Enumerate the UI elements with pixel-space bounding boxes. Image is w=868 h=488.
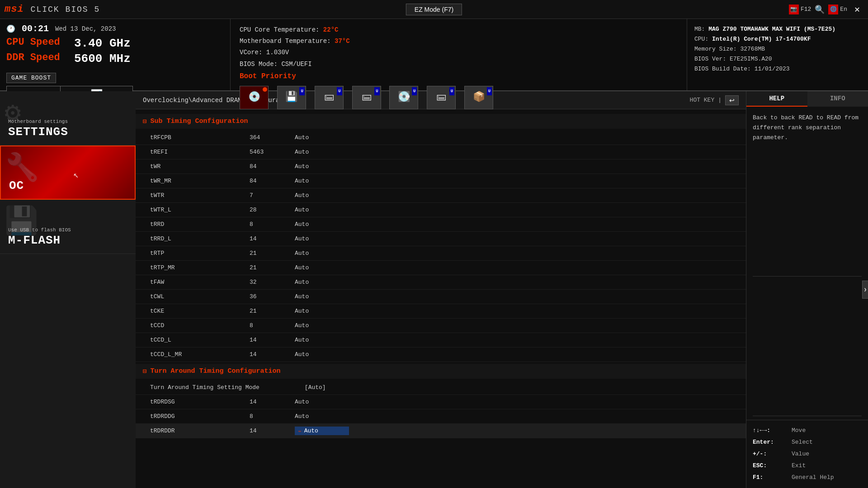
right-panel: HELP INFO Back to back READ to READ from… [746, 91, 868, 488]
time-date: 🕐 00:21 Wed 13 Dec, 2023 [6, 23, 224, 34]
panel-divider-2 [753, 416, 862, 416]
breadcrumb: Overclocking\Advanced DRAM Configuration [143, 97, 295, 104]
row-tCWL[interactable]: tCWL 36 Auto [136, 290, 746, 304]
row-tCCD_L[interactable]: tCCD_L 14 Auto [136, 333, 746, 347]
sidebar-item-oc[interactable]: 🔧 ↖ OC [0, 145, 136, 200]
vcore-line: VCore: 1.030V [240, 47, 678, 58]
settings-table: ⊟ Sub Timing Configuration tRFCPB 364 Au… [136, 109, 746, 488]
tab-info[interactable]: INFO [807, 91, 868, 107]
cpu-line: CPU: Intel(R) Core(TM) i7-14700KF [694, 34, 861, 44]
section-toggle-1[interactable]: ⊟ [143, 117, 146, 125]
row-tCKE[interactable]: tCKE 21 Auto [136, 304, 746, 319]
key-line-move: ↑↓←→: Move [753, 425, 862, 436]
memory-line: Memory Size: 32768MB [694, 44, 861, 54]
row-tRRD_L[interactable]: tRRD_L 14 Auto [136, 232, 746, 246]
right-status: MB: MAG Z790 TOMAHAWK MAX WIFI (MS-7E25)… [687, 19, 868, 90]
back-button[interactable]: ↩ [725, 95, 739, 105]
section-header-turn-around: ⊟ Turn Around Timing Configuration [136, 364, 746, 379]
ez-mode-button[interactable]: EZ Mode (F7) [406, 4, 462, 15]
tab-help[interactable]: HELP [746, 91, 807, 107]
game-boost-label[interactable]: GAME BOOST [6, 73, 56, 83]
cpu-speed-label: CPU Speed [6, 37, 65, 50]
mflash-bg-icon: 💾 [5, 204, 38, 238]
boot-device-1[interactable]: 💿 [240, 86, 269, 109]
usb-badge-5: U [412, 87, 417, 95]
sidebar: ⚙ Motherboard settings SETTINGS 🔧 ↖ OC 💾… [0, 91, 136, 488]
close-button[interactable]: ✕ [851, 4, 863, 15]
row-tRRD[interactable]: tRRD 8 Auto [136, 217, 746, 232]
tRDRDDR-value: Auto [304, 427, 318, 434]
hotkey-label: HOT KEY [690, 97, 715, 103]
row-tWTR[interactable]: tWTR 7 Auto [136, 188, 746, 203]
center-content: Overclocking\Advanced DRAM Configuration… [136, 91, 746, 488]
top-bar: msi CLICK BIOS 5 EZ Mode (F7) 📷 F12 🔍 🌐 … [0, 0, 868, 19]
right-panel-tabs: HELP INFO [746, 91, 868, 107]
help-text: Back to back READ to READ from different… [753, 114, 859, 141]
key-line-esc: ESC: Exit [753, 460, 862, 472]
boot-device-6[interactable]: U 🖴 [427, 86, 456, 109]
key-help: ↑↓←→: Move Enter: Select +/-: Value ESC:… [746, 420, 868, 488]
row-tRDRDDG[interactable]: tRDRDDG 8 Auto [136, 409, 746, 424]
boot-device-4[interactable]: U 🖴 [352, 86, 381, 109]
row-turn-around-mode[interactable]: Turn Around Timing Setting Mode [Auto] [136, 380, 746, 395]
row-tRTP_MR[interactable]: tRTP_MR 21 Auto [136, 261, 746, 275]
bios-mode-line: BIOS Mode: CSM/UEFI [240, 59, 678, 70]
clock-icon: 🕐 [6, 24, 15, 33]
boot-device-3[interactable]: U 🖴 [315, 86, 344, 109]
language-icon[interactable]: 🌐 En [828, 5, 847, 14]
settings-main-label: SETTINGS [8, 125, 127, 139]
left-status: 🕐 00:21 Wed 13 Dec, 2023 CPU Speed 3.40 … [0, 19, 231, 90]
section-label-2: Turn Around Timing Configuration [150, 367, 280, 375]
boot-device-2[interactable]: U 💾 [277, 86, 306, 109]
status-bar: 🕐 00:21 Wed 13 Dec, 2023 CPU Speed 3.40 … [0, 19, 868, 91]
cpu-speed-value: 3.40 GHz [74, 37, 131, 50]
usb-badge-3: U [337, 87, 342, 95]
oc-bg-icon: 🔧 [5, 151, 39, 184]
boot-device-5[interactable]: U 💽 [389, 86, 418, 109]
usb-badge-7: U [487, 87, 492, 95]
center-status: CPU Core Temperature: 22°C Motherboard T… [231, 19, 687, 90]
section-toggle-2[interactable]: ⊟ [143, 367, 146, 375]
row-tCCD[interactable]: tCCD 8 Auto [136, 319, 746, 333]
panel-collapse-button[interactable]: ❯ [862, 281, 868, 299]
boot-device-7[interactable]: U 📦 [464, 86, 493, 109]
mb-temp-line: Motherboard Temperature: 37°C [240, 36, 678, 47]
ddr-speed-value: 5600 MHz [74, 52, 131, 66]
usb-badge-6: U [449, 87, 454, 95]
cursor-indicator: ↖ [73, 169, 79, 180]
msi-logo: msi [0, 4, 28, 15]
date-display: Wed 13 Dec, 2023 [55, 25, 116, 33]
row-tWR_MR[interactable]: tWR_MR 84 Auto [136, 174, 746, 188]
row-tWR[interactable]: tWR 84 Auto [136, 160, 746, 174]
bios-ver-line: BIOS Ver: E7E25IMS.A20 [694, 54, 861, 64]
key-line-enter: Enter: Select [753, 436, 862, 448]
red-badge [263, 87, 267, 92]
row-tWTR_L[interactable]: tWTR_L 28 Auto [136, 203, 746, 217]
edit-icon: ✏ [298, 428, 302, 434]
section-label-1: Sub Timing Configuration [150, 117, 248, 125]
top-right-icons: 📷 F12 🔍 🌐 En ✕ [789, 4, 868, 15]
panel-divider [753, 276, 862, 277]
cpu-temp-line: CPU Core Temperature: 22°C [240, 24, 678, 36]
row-tREFI[interactable]: tREFI 5463 Auto [136, 145, 746, 160]
row-tRDRDDR[interactable]: tRDRDDR 14 ✏ Auto [136, 424, 746, 438]
row-tCCD_L_MR[interactable]: tCCD_L_MR 14 Auto [136, 347, 746, 362]
key-line-value: +/-: Value [753, 448, 862, 460]
settings-bg-icon: ⚙ [5, 96, 21, 129]
ddr-speed-row: DDR Speed 5600 MHz [6, 52, 224, 66]
row-tRTP[interactable]: tRTP 21 Auto [136, 246, 746, 261]
screenshot-icon[interactable]: 📷 F12 [789, 5, 811, 14]
search-icon[interactable]: 🔍 [815, 5, 825, 14]
key-line-f1: F1: General Help [753, 472, 862, 483]
time-display: 00:21 [22, 23, 49, 34]
boot-priority-label: Boot Priority [240, 70, 678, 83]
settings-sub-label: Motherboard settings [8, 119, 127, 124]
usb-badge-4: U [374, 87, 379, 95]
help-content: Back to back READ to READ from different… [746, 107, 868, 272]
row-tRFCPB[interactable]: tRFCPB 364 Auto [136, 131, 746, 145]
row-tRDRDSG[interactable]: tRDRDSG 14 Auto [136, 395, 746, 409]
sidebar-item-mflash[interactable]: 💾 Use USB to flash BIOS M-FLASH [0, 200, 136, 254]
bios-title: CLICK BIOS 5 [28, 5, 100, 14]
sidebar-item-settings[interactable]: ⚙ Motherboard settings SETTINGS [0, 91, 136, 145]
row-tFAW[interactable]: tFAW 32 Auto [136, 275, 746, 290]
